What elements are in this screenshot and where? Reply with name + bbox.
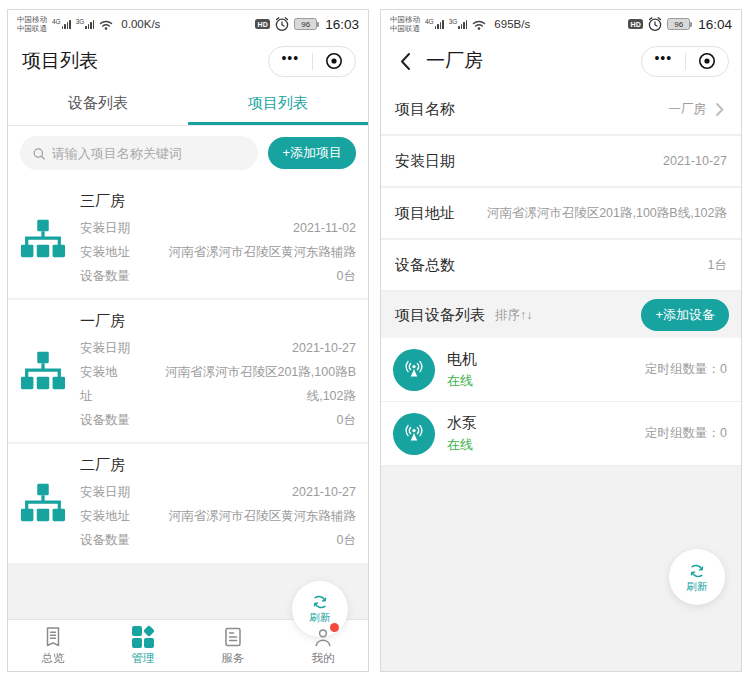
field-value: 2021-10-27 <box>292 481 356 505</box>
network-speed: 0.00K/s <box>121 18 160 30</box>
field-label: 安装日期 <box>80 337 130 361</box>
field-value: 0台 <box>337 409 356 433</box>
alarm-clock-icon <box>647 16 663 32</box>
carrier-names: 中国移动 中国联通 <box>390 15 420 34</box>
more-menu-button[interactable]: ••• <box>642 54 685 68</box>
search-icon <box>32 146 46 161</box>
field-value: 2021-10-27 <box>663 154 727 168</box>
field-label: 安装日期 <box>80 481 130 505</box>
tab-bar: 设备列表 项目列表 <box>8 84 368 126</box>
battery-icon: 96 <box>667 18 692 30</box>
signal-3g-icon: 3G <box>449 20 468 29</box>
field-value: 2021-11-02 <box>293 217 356 241</box>
miniprogram-capsule: ••• <box>268 46 356 77</box>
nav-item-overview[interactable]: 总览 <box>8 625 98 666</box>
project-item[interactable]: 一厂房 安装日期2021-10-27 安装地址河南省漯河市召陵区201路,100… <box>8 300 368 444</box>
project-name: 二厂房 <box>80 456 356 475</box>
service-doc-icon <box>221 625 245 649</box>
project-name: 三厂房 <box>80 192 356 211</box>
refresh-label: 刷新 <box>687 580 708 594</box>
timer-group-count: 定时组数量：0 <box>645 361 727 378</box>
search-row: +添加项目 <box>8 126 368 180</box>
empty-area: 刷新 <box>8 565 368 620</box>
status-bar: 中国移动 中国联通 4G 3G 0.00K/s HD 96 <box>8 10 368 38</box>
field-value: 2021-10-27 <box>292 337 356 361</box>
field-value: 河南省漯河市召陵区201路,100路B线,102路 <box>134 361 356 409</box>
alarm-clock-icon <box>274 16 290 32</box>
hd-badge: HD <box>255 19 270 29</box>
search-box[interactable] <box>20 136 258 170</box>
project-name: 一厂房 <box>80 312 356 331</box>
field-label: 设备数量 <box>80 409 130 433</box>
screen-project-list: 中国移动 中国联通 4G 3G 0.00K/s HD 96 <box>7 9 369 672</box>
field-value: 0台 <box>337 529 356 553</box>
field-value: 河南省漯河市召陵区黄河东路辅路 <box>169 505 357 529</box>
page-title: 一厂房 <box>426 48 483 74</box>
capsule-close-button[interactable] <box>313 52 356 70</box>
capsule-close-button[interactable] <box>686 52 729 70</box>
signal-4g-icon: 4G <box>52 20 71 29</box>
org-chart-icon <box>20 482 66 524</box>
project-item[interactable]: 三厂房 安装日期2021-11-02 安装地址河南省漯河市召陵区黄河东路辅路 设… <box>8 180 368 300</box>
broadcast-icon <box>393 349 435 391</box>
field-label: 安装地址 <box>80 505 130 529</box>
overview-icon <box>41 625 65 649</box>
field-label: 安装地址 <box>80 241 130 265</box>
device-row[interactable]: 电机 在线 定时组数量：0 <box>381 338 741 402</box>
device-status: 在线 <box>447 436 633 454</box>
tab-project-list[interactable]: 项目列表 <box>188 84 368 125</box>
empty-area: 刷新 <box>381 466 741 671</box>
field-label: 设备数量 <box>80 265 130 289</box>
nav-item-manage[interactable]: 管理 <box>98 625 188 666</box>
timer-group-count: 定时组数量：0 <box>645 425 727 442</box>
add-project-button[interactable]: +添加项目 <box>268 137 356 169</box>
field-label: 设备数量 <box>80 529 130 553</box>
org-chart-icon <box>20 350 66 392</box>
broadcast-icon <box>393 413 435 455</box>
section-title: 项目设备列表 <box>395 306 485 325</box>
add-device-button[interactable]: +添加设备 <box>641 299 729 331</box>
app-bar: 项目列表 ••• <box>8 38 368 84</box>
chevron-right-icon <box>712 101 727 118</box>
signal-3g-icon: 3G <box>76 20 95 29</box>
device-name: 电机 <box>447 350 633 369</box>
battery-percent: 96 <box>294 18 317 30</box>
search-input[interactable] <box>52 146 247 161</box>
tab-device-list[interactable]: 设备列表 <box>8 84 188 125</box>
carrier-names: 中国移动 中国联通 <box>17 15 47 34</box>
field-install-date: 安装日期 2021-10-27 <box>381 136 741 188</box>
status-time: 16:03 <box>325 17 359 32</box>
device-status: 在线 <box>447 372 633 390</box>
more-menu-button[interactable]: ••• <box>269 54 312 68</box>
field-value: 一厂房 <box>669 101 707 118</box>
notification-dot <box>330 623 339 632</box>
bottom-nav: 总览 管理 服务 我的 <box>8 619 368 671</box>
status-bar: 中国移动 中国联通 4G 3G 695B/s HD 96 <box>381 10 741 38</box>
field-value: 河南省漯河市召陵区黄河东路辅路 <box>169 241 357 265</box>
field-label: 安装地址 <box>80 361 126 409</box>
refresh-icon <box>309 592 331 612</box>
battery-percent: 96 <box>667 18 690 30</box>
device-name: 水泵 <box>447 414 633 433</box>
status-time: 16:04 <box>698 17 732 32</box>
project-item[interactable]: 二厂房 安装日期2021-10-27 安装地址河南省漯河市召陵区黄河东路辅路 设… <box>8 444 368 564</box>
device-section-header: 项目设备列表 排序↑↓ +添加设备 <box>381 292 741 338</box>
screen-project-detail: 中国移动 中国联通 4G 3G 695B/s HD 96 <box>380 9 742 672</box>
nav-item-service[interactable]: 服务 <box>188 625 278 666</box>
app-bar: 一厂房 ••• <box>381 38 741 84</box>
field-value: 0台 <box>337 265 356 289</box>
refresh-button[interactable]: 刷新 <box>669 549 725 605</box>
back-button[interactable] <box>395 51 416 72</box>
manage-grid-icon <box>131 625 155 649</box>
network-speed: 695B/s <box>494 18 530 30</box>
refresh-label: 刷新 <box>310 611 331 625</box>
page-title: 项目列表 <box>22 48 98 74</box>
field-value: 1台 <box>708 257 727 274</box>
nav-item-me[interactable]: 我的 <box>278 625 368 666</box>
wifi-icon <box>471 17 487 31</box>
field-label: 安装日期 <box>80 217 130 241</box>
field-project-name[interactable]: 项目名称 一厂房 <box>381 84 741 136</box>
sort-control[interactable]: 排序↑↓ <box>495 307 631 324</box>
device-row[interactable]: 水泵 在线 定时组数量：0 <box>381 402 741 466</box>
field-value: 河南省漯河市召陵区201路,100路B线,102路 <box>487 205 727 222</box>
